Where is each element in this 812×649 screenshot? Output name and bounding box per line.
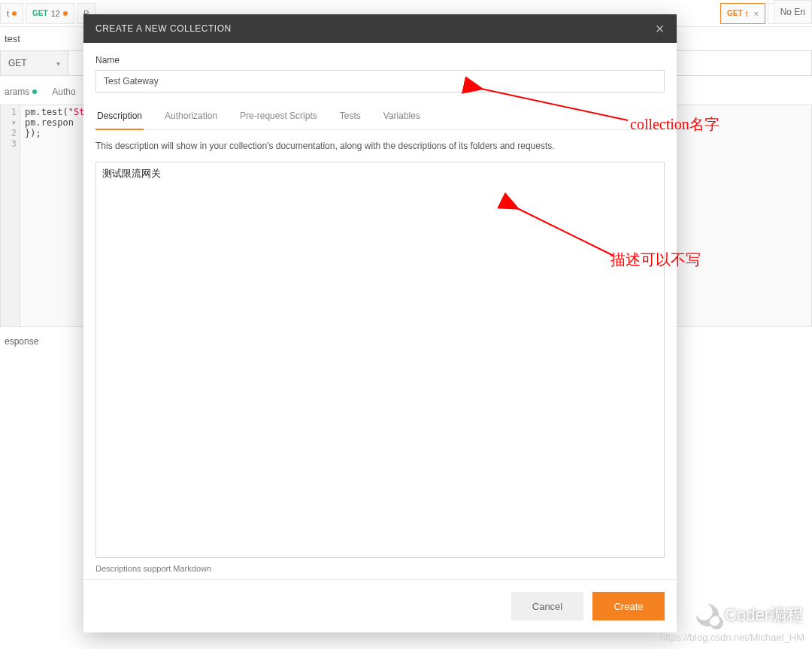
create-collection-modal: CREATE A NEW COLLECTION × Name Descripti…: [83, 14, 677, 632]
modal-header: CREATE A NEW COLLECTION ×: [83, 14, 677, 43]
markdown-hint: Descriptions support Markdown: [95, 564, 665, 573]
modal-body: Name Description Authorization Pre-reque…: [83, 43, 677, 579]
tab-tests[interactable]: Tests: [338, 105, 362, 129]
watermark-logo: Coder编程: [696, 604, 803, 626]
description-textarea[interactable]: [95, 162, 665, 558]
tab-authorization[interactable]: Authorization: [163, 105, 219, 129]
tab-variables[interactable]: Variables: [382, 105, 422, 129]
modal-tabs: Description Authorization Pre-request Sc…: [95, 105, 665, 130]
wechat-icon: [696, 604, 719, 626]
watermark-url: https://blog.csdn.net/Michael_HM: [660, 632, 804, 643]
description-hint: This description will show in your colle…: [95, 141, 665, 151]
tab-description[interactable]: Description: [95, 105, 144, 130]
cancel-button[interactable]: Cancel: [511, 592, 583, 620]
collection-name-input[interactable]: [95, 70, 665, 92]
close-icon[interactable]: ×: [656, 21, 665, 36]
name-label: Name: [95, 55, 665, 65]
watermark-brand: Coder编程: [725, 604, 803, 626]
modal-backdrop: CREATE A NEW COLLECTION × Name Descripti…: [0, 0, 812, 649]
tab-prerequest-scripts[interactable]: Pre-request Scripts: [238, 105, 319, 129]
create-button[interactable]: Create: [592, 592, 665, 620]
modal-footer: Cancel Create: [83, 579, 677, 632]
modal-title: CREATE A NEW COLLECTION: [95, 23, 232, 34]
